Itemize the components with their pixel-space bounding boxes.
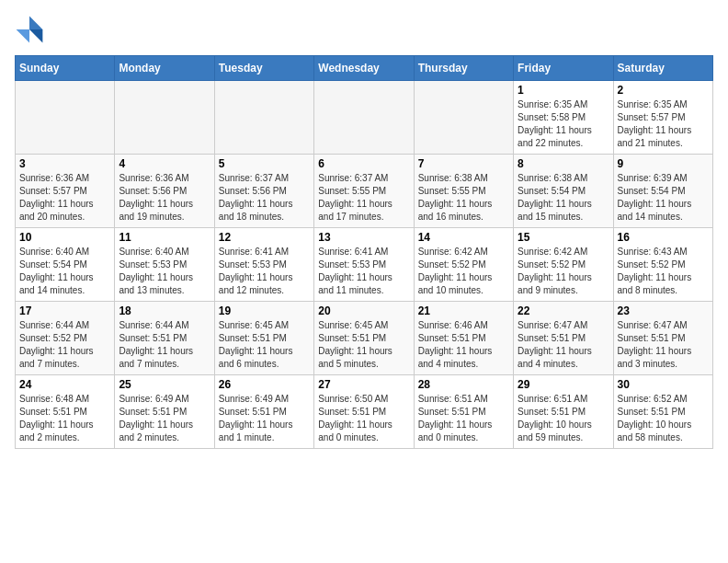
calendar-cell bbox=[214, 81, 313, 155]
calendar-cell: 18Sunrise: 6:44 AM Sunset: 5:51 PM Dayli… bbox=[115, 302, 214, 375]
calendar-header-thursday: Thursday bbox=[414, 56, 513, 81]
calendar-cell: 20Sunrise: 6:45 AM Sunset: 5:51 PM Dayli… bbox=[314, 302, 414, 375]
svg-marker-1 bbox=[29, 29, 42, 42]
calendar-cell: 12Sunrise: 6:41 AM Sunset: 5:53 PM Dayli… bbox=[214, 228, 313, 302]
day-number: 15 bbox=[518, 231, 609, 244]
day-info: Sunrise: 6:49 AM Sunset: 5:51 PM Dayligh… bbox=[219, 393, 310, 444]
calendar-cell: 30Sunrise: 6:52 AM Sunset: 5:51 PM Dayli… bbox=[613, 375, 712, 449]
day-info: Sunrise: 6:38 AM Sunset: 5:54 PM Dayligh… bbox=[518, 172, 609, 224]
calendar-header-saturday: Saturday bbox=[613, 56, 712, 81]
calendar-cell: 26Sunrise: 6:49 AM Sunset: 5:51 PM Dayli… bbox=[214, 375, 313, 449]
day-info: Sunrise: 6:47 AM Sunset: 5:51 PM Dayligh… bbox=[618, 319, 709, 371]
calendar-header-friday: Friday bbox=[514, 56, 613, 81]
calendar-cell: 19Sunrise: 6:45 AM Sunset: 5:51 PM Dayli… bbox=[214, 302, 313, 375]
day-number: 21 bbox=[418, 304, 509, 317]
day-number: 11 bbox=[119, 231, 210, 244]
day-number: 18 bbox=[119, 304, 210, 317]
day-info: Sunrise: 6:44 AM Sunset: 5:52 PM Dayligh… bbox=[19, 319, 110, 371]
day-number: 8 bbox=[518, 157, 609, 170]
day-number: 30 bbox=[618, 378, 709, 391]
calendar-week-2: 3Sunrise: 6:36 AM Sunset: 5:57 PM Daylig… bbox=[16, 155, 713, 228]
day-info: Sunrise: 6:37 AM Sunset: 5:55 PM Dayligh… bbox=[318, 172, 409, 224]
svg-marker-0 bbox=[29, 17, 42, 29]
calendar-cell: 27Sunrise: 6:50 AM Sunset: 5:51 PM Dayli… bbox=[314, 375, 414, 449]
calendar-cell: 2Sunrise: 6:35 AM Sunset: 5:57 PM Daylig… bbox=[613, 81, 712, 155]
day-info: Sunrise: 6:48 AM Sunset: 5:51 PM Dayligh… bbox=[19, 393, 110, 444]
day-info: Sunrise: 6:43 AM Sunset: 5:52 PM Dayligh… bbox=[618, 246, 709, 297]
calendar-week-1: 1Sunrise: 6:35 AM Sunset: 5:58 PM Daylig… bbox=[16, 81, 713, 155]
day-info: Sunrise: 6:50 AM Sunset: 5:51 PM Dayligh… bbox=[318, 393, 409, 444]
day-number: 1 bbox=[518, 84, 609, 97]
calendar-cell: 10Sunrise: 6:40 AM Sunset: 5:54 PM Dayli… bbox=[16, 228, 115, 302]
day-number: 19 bbox=[219, 304, 310, 317]
day-info: Sunrise: 6:51 AM Sunset: 5:51 PM Dayligh… bbox=[518, 393, 609, 444]
calendar-week-4: 17Sunrise: 6:44 AM Sunset: 5:52 PM Dayli… bbox=[16, 302, 713, 375]
day-info: Sunrise: 6:35 AM Sunset: 5:57 PM Dayligh… bbox=[618, 98, 709, 150]
day-number: 13 bbox=[318, 231, 409, 244]
calendar-table: SundayMondayTuesdayWednesdayThursdayFrid… bbox=[15, 55, 713, 449]
day-number: 6 bbox=[318, 157, 409, 170]
svg-marker-2 bbox=[17, 29, 29, 42]
day-number: 2 bbox=[618, 84, 709, 97]
calendar-cell bbox=[414, 81, 513, 155]
logo bbox=[15, 15, 48, 44]
day-number: 29 bbox=[518, 378, 609, 391]
day-info: Sunrise: 6:38 AM Sunset: 5:55 PM Dayligh… bbox=[418, 172, 509, 224]
calendar-cell: 13Sunrise: 6:41 AM Sunset: 5:53 PM Dayli… bbox=[314, 228, 414, 302]
calendar-cell bbox=[16, 81, 115, 155]
day-number: 14 bbox=[418, 231, 509, 244]
day-info: Sunrise: 6:45 AM Sunset: 5:51 PM Dayligh… bbox=[318, 319, 409, 371]
calendar-cell: 29Sunrise: 6:51 AM Sunset: 5:51 PM Dayli… bbox=[514, 375, 613, 449]
day-number: 16 bbox=[618, 231, 709, 244]
calendar-cell: 28Sunrise: 6:51 AM Sunset: 5:51 PM Dayli… bbox=[414, 375, 513, 449]
day-number: 9 bbox=[618, 157, 709, 170]
calendar-cell: 5Sunrise: 6:37 AM Sunset: 5:56 PM Daylig… bbox=[214, 155, 313, 228]
calendar-week-3: 10Sunrise: 6:40 AM Sunset: 5:54 PM Dayli… bbox=[16, 228, 713, 302]
calendar-header-monday: Monday bbox=[115, 56, 214, 81]
calendar-header-tuesday: Tuesday bbox=[214, 56, 313, 81]
day-info: Sunrise: 6:42 AM Sunset: 5:52 PM Dayligh… bbox=[518, 246, 609, 297]
calendar-cell: 8Sunrise: 6:38 AM Sunset: 5:54 PM Daylig… bbox=[514, 155, 613, 228]
day-number: 28 bbox=[418, 378, 509, 391]
day-info: Sunrise: 6:46 AM Sunset: 5:51 PM Dayligh… bbox=[418, 319, 509, 371]
calendar-cell: 24Sunrise: 6:48 AM Sunset: 5:51 PM Dayli… bbox=[16, 375, 115, 449]
calendar-cell: 11Sunrise: 6:40 AM Sunset: 5:53 PM Dayli… bbox=[115, 228, 214, 302]
day-number: 10 bbox=[19, 231, 110, 244]
day-number: 12 bbox=[219, 231, 310, 244]
day-info: Sunrise: 6:39 AM Sunset: 5:54 PM Dayligh… bbox=[618, 172, 709, 224]
day-info: Sunrise: 6:37 AM Sunset: 5:56 PM Dayligh… bbox=[219, 172, 310, 224]
calendar-cell: 3Sunrise: 6:36 AM Sunset: 5:57 PM Daylig… bbox=[16, 155, 115, 228]
day-info: Sunrise: 6:45 AM Sunset: 5:51 PM Dayligh… bbox=[219, 319, 310, 371]
calendar-cell: 7Sunrise: 6:38 AM Sunset: 5:55 PM Daylig… bbox=[414, 155, 513, 228]
day-number: 5 bbox=[219, 157, 310, 170]
calendar-cell: 6Sunrise: 6:37 AM Sunset: 5:55 PM Daylig… bbox=[314, 155, 414, 228]
day-info: Sunrise: 6:41 AM Sunset: 5:53 PM Dayligh… bbox=[219, 246, 310, 297]
day-number: 26 bbox=[219, 378, 310, 391]
calendar-cell: 15Sunrise: 6:42 AM Sunset: 5:52 PM Dayli… bbox=[514, 228, 613, 302]
day-info: Sunrise: 6:47 AM Sunset: 5:51 PM Dayligh… bbox=[518, 319, 609, 371]
logo-icon bbox=[15, 15, 44, 44]
calendar-header-wednesday: Wednesday bbox=[314, 56, 414, 81]
calendar-cell bbox=[115, 81, 214, 155]
calendar-cell: 4Sunrise: 6:36 AM Sunset: 5:56 PM Daylig… bbox=[115, 155, 214, 228]
calendar-cell: 21Sunrise: 6:46 AM Sunset: 5:51 PM Dayli… bbox=[414, 302, 513, 375]
calendar-cell: 16Sunrise: 6:43 AM Sunset: 5:52 PM Dayli… bbox=[613, 228, 712, 302]
calendar-cell: 17Sunrise: 6:44 AM Sunset: 5:52 PM Dayli… bbox=[16, 302, 115, 375]
calendar-cell: 9Sunrise: 6:39 AM Sunset: 5:54 PM Daylig… bbox=[613, 155, 712, 228]
day-number: 3 bbox=[19, 157, 110, 170]
calendar-week-5: 24Sunrise: 6:48 AM Sunset: 5:51 PM Dayli… bbox=[16, 375, 713, 449]
calendar-cell: 1Sunrise: 6:35 AM Sunset: 5:58 PM Daylig… bbox=[514, 81, 613, 155]
day-info: Sunrise: 6:35 AM Sunset: 5:58 PM Dayligh… bbox=[518, 98, 609, 150]
day-info: Sunrise: 6:40 AM Sunset: 5:53 PM Dayligh… bbox=[119, 246, 210, 297]
calendar-cell: 23Sunrise: 6:47 AM Sunset: 5:51 PM Dayli… bbox=[613, 302, 712, 375]
day-number: 20 bbox=[318, 304, 409, 317]
calendar-cell bbox=[314, 81, 414, 155]
day-number: 17 bbox=[19, 304, 110, 317]
page-header bbox=[15, 15, 713, 44]
day-info: Sunrise: 6:52 AM Sunset: 5:51 PM Dayligh… bbox=[618, 393, 709, 444]
calendar-cell: 25Sunrise: 6:49 AM Sunset: 5:51 PM Dayli… bbox=[115, 375, 214, 449]
calendar-cell: 22Sunrise: 6:47 AM Sunset: 5:51 PM Dayli… bbox=[514, 302, 613, 375]
day-info: Sunrise: 6:42 AM Sunset: 5:52 PM Dayligh… bbox=[418, 246, 509, 297]
day-info: Sunrise: 6:36 AM Sunset: 5:57 PM Dayligh… bbox=[19, 172, 110, 224]
calendar-cell: 14Sunrise: 6:42 AM Sunset: 5:52 PM Dayli… bbox=[414, 228, 513, 302]
